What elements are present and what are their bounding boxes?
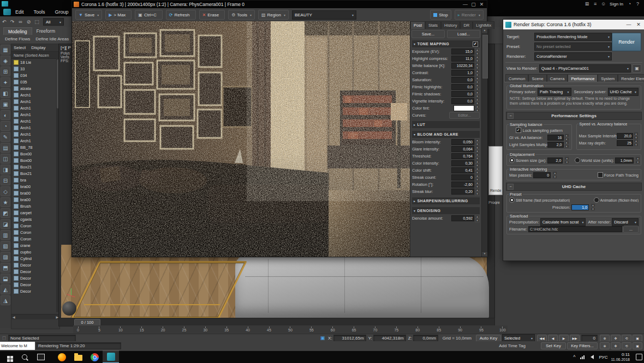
collapse-icon[interactable]: −	[508, 184, 514, 190]
timeline-tick[interactable]: 75	[392, 326, 400, 332]
screen-size-radio[interactable]	[509, 158, 515, 163]
vfb-panel-tab[interactable]: DR	[460, 21, 473, 29]
pan-icon[interactable]: ✥	[611, 342, 621, 349]
timeline-tick[interactable]: 10	[117, 326, 124, 332]
minimize-icon[interactable]: —	[461, 2, 469, 7]
spinner[interactable]: ▲▼	[475, 105, 480, 112]
orbit-icon[interactable]: ⟲	[622, 335, 631, 342]
explorer-filter-icon[interactable]: ◪	[1, 219, 10, 229]
list-item[interactable]: Coron	[11, 235, 59, 242]
world-size-field[interactable]: 1,0mm	[615, 158, 634, 164]
list-item[interactable]: Arch1	[11, 124, 59, 131]
ribbon-button[interactable]: Define Idle Areas	[33, 35, 71, 43]
spinner[interactable]: ▲▼	[475, 188, 480, 196]
go-start-icon[interactable]: ◀◀	[537, 335, 547, 342]
spinner[interactable]: ▲▼	[475, 83, 480, 91]
vfb-toolbar-button[interactable]: ▶ > Max	[105, 10, 132, 20]
parameter-field[interactable]: 0,764	[451, 153, 474, 159]
redo-icon[interactable]: ↷	[8, 19, 16, 25]
explorer-filter-icon[interactable]: ▣	[1, 99, 10, 109]
parameter-field[interactable]: 15,0	[451, 49, 474, 55]
spinner[interactable]: ▲▼	[475, 90, 480, 98]
render-setup-tab[interactable]: Camera	[547, 74, 568, 82]
workspace-icon[interactable]: ⊞	[583, 1, 591, 7]
renderer-dropdown[interactable]: CoronaRenderer	[534, 52, 612, 60]
go-end-icon[interactable]: ▶▶	[570, 335, 580, 342]
volume-icon[interactable]	[587, 355, 595, 359]
list-item[interactable]: Decor	[11, 275, 59, 281]
vfb-toolbar-button[interactable]: ✕ Erase	[199, 10, 225, 20]
list-item[interactable]: Arch1	[11, 92, 59, 98]
list-item[interactable]: Brush	[11, 203, 59, 209]
vfb-panel-tab[interactable]: Post	[410, 21, 425, 29]
explorer-column-header[interactable]: Name (Sorted Ascen	[11, 52, 59, 59]
max-sample-intensity-field[interactable]: 20,0	[617, 133, 633, 139]
list-item[interactable]: Decor	[11, 268, 59, 275]
vfb-load-config-button[interactable]: Load...	[447, 30, 480, 38]
bind-icon[interactable]: ⬚	[33, 19, 41, 25]
timeline-tick[interactable]: 50	[287, 326, 294, 332]
isolate-selection-icon[interactable]: ▣	[319, 335, 326, 341]
selection-lock-icon[interactable]: ⬚	[0, 336, 8, 340]
secondary-solver-dropdown[interactable]: UHD Cache	[608, 88, 639, 96]
user-icon[interactable]: ☺	[599, 1, 607, 7]
explorer-filter-icon[interactable]: ✎	[1, 132, 10, 142]
timeline-tick[interactable]: 60	[329, 326, 337, 332]
timeline-tick[interactable]: 35	[223, 326, 230, 332]
help-icon[interactable]: ?	[634, 1, 642, 7]
ribbon-tab[interactable]: Modeling	[3, 27, 32, 35]
parameter-field[interactable]: 0,064	[451, 146, 474, 152]
timeline-tick[interactable]: 80	[414, 326, 421, 332]
primary-solver-dropdown[interactable]: Path Tracing	[538, 88, 571, 96]
parameter-field[interactable]: 0	[451, 174, 474, 180]
explorer-filter-icon[interactable]: ⬓	[1, 274, 10, 283]
undo-icon[interactable]: ↶	[0, 19, 8, 25]
layout-icon[interactable]: ≡	[591, 1, 599, 7]
explorer-filter-icon[interactable]: ◭	[1, 285, 10, 294]
parameter-field[interactable]: 0,050	[451, 139, 474, 145]
spinner[interactable]: ▲▼	[552, 171, 557, 179]
timeline-tick[interactable]: 30	[201, 326, 209, 332]
bloom-glare-header[interactable]: ▾ BLOOM AND GLARE	[412, 130, 480, 138]
list-item[interactable]: Box00	[11, 157, 59, 164]
still-frame-radio[interactable]	[509, 197, 515, 203]
list-item[interactable]: Coron	[11, 222, 59, 229]
spinner[interactable]: ▲▼	[475, 160, 480, 167]
start-button[interactable]	[0, 351, 16, 363]
timeline-ruler[interactable]: 0 5 10 15 20 25 30 35 40 45 50	[73, 325, 508, 333]
timeline-tick[interactable]: 0	[74, 326, 82, 332]
scroll-up-icon[interactable]: ▲	[482, 28, 487, 34]
parameter-field[interactable]: 0,0	[451, 77, 474, 83]
vfb-panel-scrollbar[interactable]: ▲ ▼	[481, 28, 487, 257]
action-center-button[interactable]	[634, 354, 644, 360]
list-item[interactable]: 034	[11, 72, 59, 78]
explorer-filter-icon[interactable]: ◧	[1, 88, 10, 98]
list-item[interactable]: 18 Lie	[11, 59, 59, 65]
uhd-cache-rollout[interactable]: − UHD Cache	[506, 183, 642, 191]
denoising-header[interactable]: ▾ DENOISING	[412, 207, 480, 215]
scroll-down-icon[interactable]: ▼	[482, 251, 487, 257]
sign-in-link[interactable]: Sign In	[610, 2, 623, 7]
unlink-icon[interactable]: ⊘	[25, 19, 33, 25]
explorer-filter-icon[interactable]: ⊞	[1, 66, 10, 76]
world-size-radio[interactable]	[575, 158, 580, 163]
list-item[interactable]: Box21	[11, 164, 59, 170]
parameter-field[interactable]: 0,0	[451, 98, 474, 104]
timeline-tick[interactable]: 70	[371, 326, 379, 332]
vfb-title-bar[interactable]: Corona 1.6 (hotfix 3) | 2000x1400px (1:2…	[72, 1, 487, 8]
spinner[interactable]: ▲▼	[634, 132, 639, 140]
explorer-filter-icon[interactable]: ▤	[1, 143, 10, 153]
explorer-menu[interactable]: Display	[31, 45, 45, 50]
time-slider-handle[interactable]: 0 / 100	[74, 319, 100, 326]
light-samples-field[interactable]: 2,0	[547, 142, 564, 148]
add-time-tag[interactable]: Add Time Tag	[499, 343, 526, 348]
timeline-tick[interactable]: 100	[499, 326, 506, 332]
force-path-tracing-checkbox[interactable]	[598, 172, 603, 178]
spinner[interactable]: ▲▼	[564, 134, 569, 141]
explorer-filter-icon[interactable]: ◐	[1, 110, 10, 120]
parameter-field[interactable]: 0,0	[451, 91, 474, 97]
list-item[interactable]: crane	[11, 242, 59, 249]
explorer-filter-icon[interactable]: ◩	[1, 208, 10, 218]
scrollbar-thumb[interactable]	[482, 35, 488, 78]
list-item[interactable]: cupbo	[11, 249, 59, 255]
